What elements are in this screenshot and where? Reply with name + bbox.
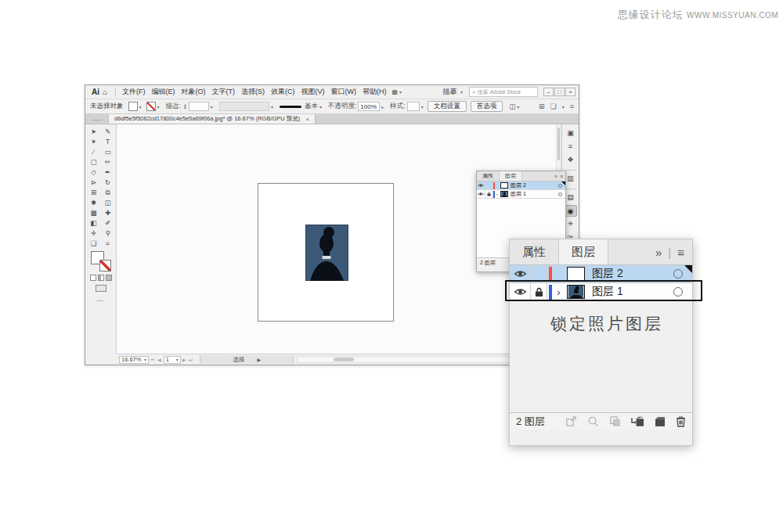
visibility-toggle[interactable]: [477, 182, 485, 189]
artboard[interactable]: [258, 183, 394, 322]
brush-definition[interactable]: 基本: [305, 102, 318, 111]
tool[interactable]: ⊳: [88, 178, 100, 187]
tool[interactable]: ⊞: [88, 188, 100, 197]
draw-normal-icon[interactable]: [90, 275, 96, 281]
tool[interactable]: ⚲: [102, 228, 114, 238]
menu-item[interactable]: 编辑(E): [149, 87, 179, 97]
home-icon[interactable]: ⌂: [103, 88, 107, 96]
menu-item[interactable]: 对象(O): [179, 87, 209, 97]
expand-arrow[interactable]: ›: [552, 286, 565, 298]
menu-item[interactable]: 视图(V): [298, 87, 328, 97]
stroke-color-swatch[interactable]: [99, 260, 111, 271]
panel-menu-icon[interactable]: ≡: [570, 102, 574, 110]
tool[interactable]: ✱: [88, 198, 100, 207]
tool[interactable]: ◧: [88, 218, 100, 228]
menu-item[interactable]: 效果(C): [268, 87, 298, 97]
opacity-field[interactable]: 100%: [358, 102, 380, 111]
pathfinder-icon[interactable]: ❖: [565, 154, 577, 166]
document-tab[interactable]: d6df5e5f5062cd17800c4e5e5a69f06a.jpg* @ …: [109, 114, 316, 124]
zoom-level-dropdown[interactable]: 16.67% ▾: [119, 356, 149, 364]
tool[interactable]: ◇: [88, 167, 100, 177]
menu-item[interactable]: 帮助(H): [359, 87, 390, 97]
workspace-switcher[interactable]: 描摹 ▾: [442, 87, 463, 97]
fill-swatch[interactable]: [128, 102, 138, 111]
tool[interactable]: ✐: [102, 218, 114, 228]
style-field[interactable]: [407, 102, 420, 111]
layout-switcher-icon[interactable]: ▦: [392, 88, 399, 95]
tool[interactable]: ▩: [88, 208, 100, 217]
delete-layer-icon[interactable]: [676, 415, 686, 427]
chevron-right-icon[interactable]: ▸: [381, 104, 384, 110]
tool[interactable]: ∕: [88, 147, 100, 156]
artboard-number-field[interactable]: 1 ▾: [164, 356, 181, 364]
tab-layers[interactable]: 图层: [558, 239, 608, 264]
status-menu-icon[interactable]: ▶: [258, 357, 262, 362]
stroke-weight-stepper[interactable]: ▲▼: [183, 103, 187, 110]
visibility-toggle[interactable]: [510, 265, 531, 282]
tool[interactable]: ◫: [102, 198, 114, 207]
lock-toggle[interactable]: [531, 265, 547, 282]
document-setup-button[interactable]: 文档设置: [428, 101, 467, 112]
tool[interactable]: ⧉: [102, 188, 114, 197]
tool[interactable]: ✏: [102, 157, 114, 167]
expand-arrow[interactable]: ›: [495, 192, 500, 196]
collapse-icon[interactable]: »: [554, 174, 557, 179]
variable-width-dropdown[interactable]: [219, 102, 269, 111]
layer-row[interactable]: › 图层 1: [477, 190, 565, 199]
stroke-weight-field[interactable]: [189, 102, 209, 111]
collapse-icon[interactable]: »: [655, 246, 662, 259]
target-circle-icon[interactable]: [673, 269, 683, 279]
lock-toggle[interactable]: [485, 182, 493, 189]
layer-row-2[interactable]: 图层 2: [510, 265, 692, 283]
artboards-icon[interactable]: ▣: [565, 128, 577, 139]
tab-layers[interactable]: 图层: [499, 171, 522, 181]
status-display[interactable]: 选择 ▶: [200, 355, 294, 364]
layer-thumbnail[interactable]: [500, 182, 508, 189]
app-logo[interactable]: Ai: [92, 88, 99, 96]
menu-item[interactable]: 选择(S): [238, 87, 268, 97]
screen-mode-button[interactable]: [96, 285, 106, 292]
layer-row-1[interactable]: › 图层 1: [510, 283, 692, 301]
menu-item[interactable]: 窗口(W): [328, 87, 360, 97]
layer-name[interactable]: 图层 1: [511, 190, 558, 198]
grid-icon[interactable]: ⊞: [539, 102, 545, 110]
panel-menu-icon[interactable]: ≡: [677, 246, 684, 259]
menu-item[interactable]: 文字(T): [209, 87, 239, 97]
draw-inside-icon[interactable]: [106, 275, 112, 281]
locate-object-icon[interactable]: [587, 415, 599, 427]
tab-properties[interactable]: 属性: [510, 239, 558, 264]
tool[interactable]: ✒: [102, 167, 114, 177]
align-icon[interactable]: ≡: [565, 141, 577, 153]
preferences-button[interactable]: 首选项: [471, 101, 503, 112]
layer-thumbnail[interactable]: [500, 191, 508, 197]
edit-toolbar-button[interactable]: ⋯: [97, 297, 105, 304]
tool[interactable]: ✶: [88, 137, 100, 146]
arrange-documents-icon[interactable]: ❏▾: [550, 102, 565, 110]
new-sublayer-icon[interactable]: [631, 416, 644, 427]
target-circle-icon[interactable]: [673, 287, 683, 297]
visibility-toggle[interactable]: [477, 190, 485, 198]
lock-toggle[interactable]: [531, 283, 547, 300]
new-layer-icon[interactable]: [655, 416, 666, 427]
tool[interactable]: ✚: [102, 208, 114, 217]
draw-behind-icon[interactable]: [98, 275, 104, 281]
tool[interactable]: ↻: [102, 178, 114, 187]
panel-menu-icon[interactable]: ≡: [560, 174, 563, 179]
stroke-swatch[interactable]: [146, 102, 156, 111]
horizontal-scrollbar-thumb[interactable]: [334, 358, 354, 361]
tool[interactable]: ▭: [102, 147, 114, 156]
layer-name[interactable]: 图层 2: [511, 182, 558, 189]
layer-name[interactable]: 图层 1: [592, 285, 673, 299]
last-artboard-icon[interactable]: ▶ ⏭: [182, 357, 194, 363]
first-artboard-icon[interactable]: ⏮ ◀: [150, 357, 162, 363]
tool[interactable]: ✎: [102, 127, 114, 136]
tool[interactable]: ❏: [88, 239, 100, 248]
fill-stroke-widget[interactable]: [91, 251, 111, 271]
clipping-mask-icon[interactable]: [609, 415, 621, 427]
layer-row[interactable]: 图层 2: [477, 182, 565, 190]
lock-toggle[interactable]: [485, 190, 493, 198]
tool[interactable]: ⌗: [102, 239, 114, 248]
visibility-toggle[interactable]: [510, 283, 531, 300]
stock-search-input[interactable]: ⌕ 搜索 Adobe Stock: [469, 87, 538, 97]
close-button[interactable]: ×: [565, 88, 576, 96]
